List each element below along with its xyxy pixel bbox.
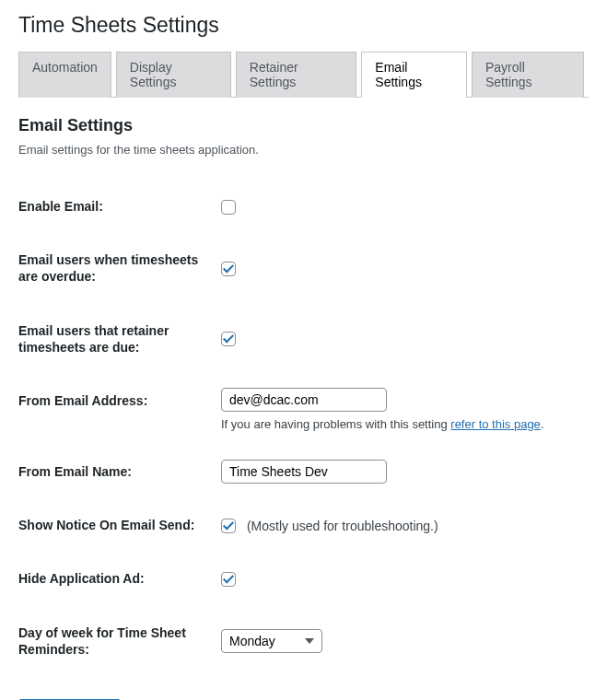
enable-email-checkbox[interactable]	[221, 200, 236, 215]
reminder-day-select[interactable]: Monday	[221, 629, 322, 653]
section-description: Email settings for the time sheets appli…	[18, 143, 589, 157]
hide-ad-checkbox[interactable]	[221, 572, 236, 587]
tab-email-settings[interactable]: Email Settings	[361, 52, 467, 98]
from-email-help-link[interactable]: refer to this page	[450, 417, 541, 431]
tab-automation[interactable]: Automation	[18, 52, 111, 98]
from-name-label: From Email Name:	[18, 445, 221, 498]
email-retainer-label: Email users that retainer timesheets are…	[18, 304, 221, 374]
page-title: Time Sheets Settings	[18, 13, 589, 38]
tab-display-settings[interactable]: Display Settings	[116, 52, 231, 98]
from-email-label: From Email Address:	[18, 374, 221, 445]
show-notice-label: Show Notice On Email Send:	[18, 498, 221, 552]
from-email-help: If you are having problems with this set…	[221, 417, 579, 431]
tab-retainer-settings[interactable]: Retainer Settings	[236, 52, 357, 98]
settings-tabs: Automation Display Settings Retainer Set…	[18, 52, 589, 98]
from-name-input[interactable]	[221, 460, 387, 484]
email-overdue-checkbox[interactable]	[221, 262, 236, 276]
show-notice-note: (Mostly used for troubleshooting.)	[247, 519, 438, 533]
section-title: Email Settings	[18, 116, 589, 135]
enable-email-label: Enable Email:	[18, 180, 221, 233]
from-email-help-prefix: If you are having problems with this set…	[221, 417, 450, 431]
show-notice-checkbox[interactable]	[221, 519, 236, 533]
reminder-day-label: Day of week for Time Sheet Reminders:	[18, 606, 221, 676]
email-overdue-label: Email users when timesheets are overdue:	[18, 233, 221, 303]
tab-payroll-settings[interactable]: Payroll Settings	[472, 52, 584, 98]
from-email-help-suffix: .	[541, 417, 544, 431]
hide-ad-label: Hide Application Ad:	[18, 552, 221, 605]
from-email-input[interactable]	[221, 388, 387, 412]
email-retainer-checkbox[interactable]	[221, 332, 236, 346]
